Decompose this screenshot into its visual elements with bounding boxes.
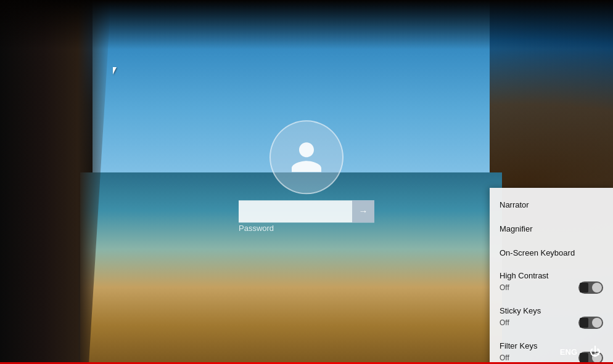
high-contrast-toggle[interactable] — [578, 281, 603, 294]
password-label-row: Password — [239, 224, 374, 233]
high-contrast-state: Off — [500, 283, 509, 292]
high-contrast-toggle-row: Off — [500, 281, 603, 294]
avatar-icon — [288, 139, 325, 176]
sticky-keys-state: Off — [500, 318, 509, 327]
power-button[interactable]: ⏻ — [587, 343, 603, 361]
submit-button[interactable]: → — [352, 200, 374, 222]
bottom-bar: ENG ⏻ — [0, 339, 613, 364]
magnifier-label: Magnifier — [500, 224, 532, 233]
sticky-keys-label: Sticky Keys — [500, 306, 603, 315]
on-screen-keyboard-label: On-Screen Keyboard — [500, 248, 575, 257]
power-icon: ⏻ — [590, 346, 601, 358]
sticky-keys-item[interactable]: Sticky Keys Off — [490, 300, 613, 335]
accessibility-panel: Narrator Magnifier On-Screen Keyboard Hi… — [490, 188, 613, 364]
login-container: → Password — [214, 120, 399, 233]
narrator-label: Narrator — [500, 200, 529, 209]
language-button[interactable]: ENG — [555, 345, 582, 359]
password-label: Password — [239, 224, 374, 233]
high-contrast-label: High Contrast — [500, 271, 603, 280]
avatar — [269, 120, 344, 194]
high-contrast-item[interactable]: High Contrast Off — [490, 265, 613, 300]
on-screen-keyboard-item[interactable]: On-Screen Keyboard — [490, 241, 613, 265]
sticky-keys-toggle-row: Off — [500, 317, 603, 329]
magnifier-item[interactable]: Magnifier — [490, 217, 613, 241]
password-row: → — [239, 200, 374, 222]
narrator-item[interactable]: Narrator — [490, 193, 613, 217]
sticky-keys-toggle[interactable] — [578, 317, 603, 329]
cave-top — [0, 0, 613, 49]
arrow-icon: → — [359, 206, 368, 216]
